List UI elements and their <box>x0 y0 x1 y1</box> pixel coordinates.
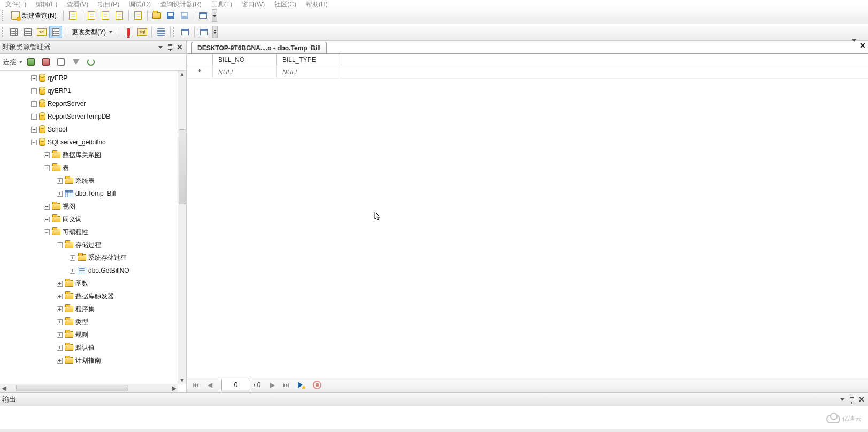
tree-node[interactable]: ReportServerTempDB <box>0 110 178 123</box>
column-header[interactable]: BILL_TYPE <box>277 54 341 66</box>
menu-item[interactable]: 窗口(W) <box>242 0 265 7</box>
tree-node[interactable]: School <box>0 123 178 136</box>
tree-node[interactable]: 默认值 <box>0 341 178 354</box>
toolbar-overflow-button[interactable] <box>212 9 217 22</box>
tab-close-button[interactable]: ✕ <box>859 42 866 50</box>
expand-icon[interactable] <box>57 332 63 338</box>
vertical-scrollbar[interactable]: ▲ ▼ <box>178 71 186 384</box>
change-type-button[interactable]: 更改类型(Y) <box>68 26 116 38</box>
collapse-icon[interactable] <box>31 140 37 145</box>
scroll-left-icon[interactable]: ◀ <box>0 384 7 392</box>
expand-icon[interactable] <box>31 114 37 120</box>
tree-node[interactable]: 存储过程 <box>0 238 178 251</box>
tree-node[interactable]: 同义词 <box>0 213 178 226</box>
expand-icon[interactable] <box>57 319 63 325</box>
tree-node[interactable]: 系统存储过程 <box>0 251 178 264</box>
tree-node[interactable]: 数据库触发器 <box>0 290 178 303</box>
menu-item[interactable]: 查看(V) <box>67 0 88 7</box>
new-query-button[interactable]: 新建查询(N) <box>7 9 60 22</box>
expand-icon[interactable] <box>44 204 50 210</box>
expand-icon[interactable] <box>57 281 63 287</box>
expand-icon[interactable] <box>57 345 63 351</box>
tree-node[interactable]: qyERP <box>0 72 178 84</box>
save-all-button[interactable] <box>178 9 191 22</box>
panel-pin-button[interactable] <box>166 43 174 51</box>
tree-node[interactable]: ReportServer <box>0 97 178 110</box>
connect-button[interactable] <box>25 56 37 68</box>
execute-button[interactable] <box>122 26 135 38</box>
stop-button[interactable] <box>55 56 67 68</box>
toolbar-button[interactable] <box>197 26 210 38</box>
nav-prev-button[interactable]: ◀ <box>204 380 215 390</box>
nav-cancel-button[interactable] <box>312 380 322 390</box>
save-button[interactable] <box>164 9 177 22</box>
table-cell[interactable]: NULL <box>277 66 341 78</box>
panel-close-button[interactable]: ✕ <box>175 43 184 51</box>
scrollbar-thumb[interactable] <box>16 385 128 391</box>
expand-icon[interactable] <box>57 178 63 184</box>
tree-node[interactable]: dbo.GetBillNO <box>0 264 178 277</box>
disconnect-button[interactable] <box>40 56 52 68</box>
table-cell[interactable]: NULL <box>213 66 277 78</box>
tree-node[interactable]: dbo.Temp_Bill <box>0 187 178 200</box>
toolbar-button[interactable] <box>179 26 191 38</box>
tree-node[interactable]: 类型 <box>0 315 178 328</box>
nav-next-button[interactable]: ▶ <box>267 380 278 390</box>
scroll-up-icon[interactable]: ▲ <box>179 71 186 78</box>
tree-node[interactable]: qyERP1 <box>0 84 178 97</box>
results-grid[interactable]: BILL_NO BILL_TYPE *NULLNULL ⏮ ◀ / 0 ▶ ⏭ <box>187 53 868 392</box>
panel-pin-button[interactable] <box>848 395 856 404</box>
nav-last-button[interactable]: ⏭ <box>281 380 291 390</box>
toolbar-button[interactable] <box>197 9 210 22</box>
toolbar-overflow-button[interactable] <box>212 26 218 38</box>
object-explorer-tree[interactable]: qyERPqyERP1ReportServerReportServerTempD… <box>0 71 178 384</box>
sql-pane-button[interactable]: sql <box>35 26 48 38</box>
panel-close-button[interactable]: ✕ <box>857 395 866 404</box>
scroll-right-icon[interactable]: ▶ <box>170 384 178 392</box>
filter-button[interactable] <box>70 56 82 68</box>
menu-item[interactable]: 项目(P) <box>98 0 119 7</box>
nav-current-input[interactable] <box>221 380 250 390</box>
tree-node[interactable]: 程序集 <box>0 303 178 315</box>
verify-sql-button[interactable]: sql <box>136 26 149 38</box>
toolbar-button[interactable] <box>99 9 112 22</box>
tree-node[interactable]: 可编程性 <box>0 226 178 238</box>
expand-icon[interactable] <box>31 127 37 133</box>
criteria-pane-button[interactable] <box>21 26 34 38</box>
scrollbar-thumb[interactable] <box>179 129 186 204</box>
toolbar-button[interactable] <box>132 9 144 22</box>
collapse-icon[interactable] <box>44 165 50 171</box>
menu-item[interactable]: 社区(C) <box>274 0 296 7</box>
table-row[interactable]: *NULLNULL <box>187 66 868 79</box>
menu-item[interactable]: 调试(D) <box>129 0 151 7</box>
tree-node[interactable]: 函数 <box>0 277 178 290</box>
nav-first-button[interactable]: ⏮ <box>190 380 201 390</box>
tab-dropdown-button[interactable] <box>852 42 856 50</box>
expand-icon[interactable] <box>44 152 50 158</box>
expand-icon[interactable] <box>31 88 37 94</box>
expand-icon[interactable] <box>70 268 75 274</box>
tree-node[interactable]: 表 <box>0 161 178 174</box>
menu-item[interactable]: 文件(F) <box>5 0 26 7</box>
expand-icon[interactable] <box>31 75 37 81</box>
refresh-button[interactable] <box>85 56 97 68</box>
horizontal-scrollbar[interactable]: ◀ ▶ <box>0 384 178 392</box>
tree-node[interactable]: 数据库关系图 <box>0 149 178 161</box>
document-tab[interactable]: DESKTOP-9T6BGNA....o - dbo.Temp_Bill <box>191 42 327 53</box>
menu-item[interactable]: 查询设计器(R) <box>160 0 202 7</box>
menu-item[interactable]: 帮助(H) <box>306 0 328 7</box>
scroll-down-icon[interactable]: ▼ <box>179 376 186 384</box>
connect-label[interactable]: 连接 <box>3 58 16 67</box>
expand-icon[interactable] <box>70 255 75 261</box>
expand-icon[interactable] <box>57 191 63 197</box>
menu-item[interactable]: 编辑(E) <box>36 0 57 7</box>
toolbar-button[interactable] <box>66 9 79 22</box>
expand-icon[interactable] <box>57 294 63 299</box>
expand-icon[interactable] <box>44 217 50 222</box>
toolbar-button[interactable] <box>113 9 126 22</box>
nav-new-button[interactable] <box>295 380 305 390</box>
expand-icon[interactable] <box>57 306 63 312</box>
expand-icon[interactable] <box>31 101 37 107</box>
tree-node[interactable]: 规则 <box>0 328 178 341</box>
panel-dropdown-button[interactable] <box>838 395 847 404</box>
